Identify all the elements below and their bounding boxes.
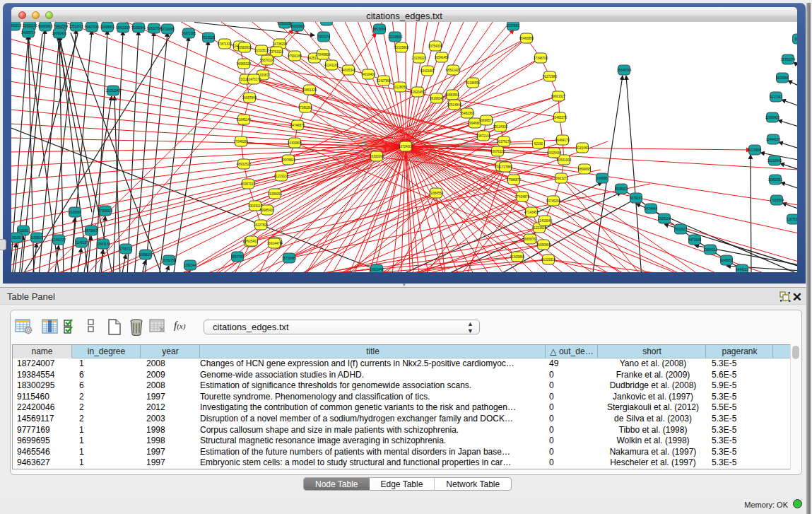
svg-text:9975867: 9975867 — [85, 229, 98, 233]
svg-text:57986872: 57986872 — [507, 178, 522, 182]
svg-text:1156829: 1156829 — [30, 236, 43, 240]
svg-text:05466889: 05466889 — [519, 37, 534, 40]
svg-text:12444195: 12444195 — [766, 138, 781, 141]
svg-text:2020658: 2020658 — [69, 211, 81, 214]
svg-text:56670106: 56670106 — [260, 59, 275, 62]
svg-text:15892391: 15892391 — [768, 178, 783, 182]
svg-text:2935114: 2935114 — [658, 217, 671, 221]
svg-text:9464213: 9464213 — [736, 268, 748, 271]
svg-text:1292344: 1292344 — [184, 264, 196, 267]
svg-text:77360260: 77360260 — [298, 106, 313, 110]
svg-text:10310518: 10310518 — [254, 49, 269, 52]
svg-text:66319314: 66319314 — [541, 258, 556, 262]
svg-text:10654112: 10654112 — [703, 248, 718, 252]
svg-text:19600133: 19600133 — [23, 24, 37, 28]
svg-text:15716485: 15716485 — [282, 257, 297, 260]
svg-text:20465375: 20465375 — [553, 116, 567, 119]
svg-text:21053346: 21053346 — [106, 89, 121, 93]
svg-text:20691406: 20691406 — [52, 32, 67, 35]
svg-text:59514846: 59514846 — [447, 103, 462, 107]
svg-text:81219136: 81219136 — [274, 175, 289, 178]
svg-text:47143455: 47143455 — [524, 211, 539, 214]
svg-text:17359924: 17359924 — [98, 209, 113, 213]
svg-text:18495931: 18495931 — [100, 25, 115, 29]
svg-text:18300295: 18300295 — [370, 155, 384, 158]
svg-text:19384554: 19384554 — [429, 192, 444, 195]
svg-text:57871331: 57871331 — [218, 42, 233, 46]
svg-text:16210643: 16210643 — [767, 159, 782, 163]
svg-text:89083863: 89083863 — [38, 25, 53, 28]
svg-text:75255341: 75255341 — [131, 26, 146, 30]
svg-text:33754330: 33754330 — [428, 45, 443, 48]
svg-text:62160: 62160 — [534, 142, 543, 146]
svg-text:16971385: 16971385 — [182, 32, 196, 35]
svg-text:93676320: 93676320 — [490, 150, 505, 153]
svg-text:62473178: 62473178 — [247, 78, 261, 81]
svg-text:03413164: 03413164 — [116, 26, 131, 30]
svg-text:80531003: 80531003 — [557, 158, 572, 162]
svg-text:7625402: 7625402 — [245, 240, 258, 243]
svg-text:64746872: 64746872 — [290, 124, 305, 127]
svg-text:12218506: 12218506 — [388, 35, 403, 39]
svg-text:82620450: 82620450 — [411, 90, 425, 94]
svg-text:16648784: 16648784 — [617, 69, 632, 72]
svg-text:435061: 435061 — [18, 229, 29, 233]
svg-text:10433218: 10433218 — [11, 24, 22, 28]
svg-text:7632621: 7632621 — [674, 228, 687, 231]
svg-text:69901627: 69901627 — [551, 95, 566, 98]
svg-text:40196556: 40196556 — [466, 81, 481, 85]
svg-text:8215958: 8215958 — [748, 148, 761, 152]
svg-text:68501429: 68501429 — [446, 69, 461, 72]
svg-text:41395376: 41395376 — [319, 22, 334, 23]
svg-text:7357274: 7357274 — [317, 35, 330, 39]
svg-text:10719185: 10719185 — [160, 28, 175, 31]
svg-text:10801326: 10801326 — [302, 88, 317, 92]
svg-text:79402654: 79402654 — [54, 25, 69, 28]
svg-text:37346706: 37346706 — [534, 57, 548, 60]
svg-text:114519: 114519 — [76, 241, 87, 245]
svg-text:23511615: 23511615 — [69, 25, 84, 28]
svg-text:52427868: 52427868 — [377, 79, 392, 83]
svg-text:36541458: 36541458 — [435, 56, 449, 59]
svg-text:73763116: 73763116 — [269, 50, 284, 54]
svg-text:6899695: 6899695 — [578, 168, 591, 171]
svg-text:15751074: 15751074 — [781, 58, 796, 62]
svg-text:2037682: 2037682 — [507, 24, 519, 28]
svg-text:12093423: 12093423 — [765, 116, 780, 119]
svg-text:16782759: 16782759 — [162, 259, 177, 262]
svg-text:31727889: 31727889 — [498, 165, 513, 169]
svg-text:1167534: 1167534 — [787, 218, 797, 221]
svg-text:27048281: 27048281 — [234, 140, 249, 144]
svg-text:98169340: 98169340 — [430, 97, 445, 100]
svg-text:77434873: 77434873 — [515, 195, 530, 199]
svg-text:39159: 39159 — [12, 236, 21, 240]
svg-text:10025438: 10025438 — [547, 151, 562, 155]
svg-text:48932528: 48932528 — [237, 163, 252, 166]
svg-text:9657791: 9657791 — [231, 255, 244, 259]
svg-text:12923448: 12923448 — [370, 268, 384, 271]
svg-text:34738299: 34738299 — [273, 42, 288, 46]
svg-text:16697848: 16697848 — [242, 96, 257, 100]
svg-text:01845146: 01845146 — [237, 118, 252, 122]
svg-text:63421607: 63421607 — [420, 69, 435, 73]
svg-text:01128059: 01128059 — [393, 86, 408, 89]
svg-text:18227824: 18227824 — [254, 223, 269, 227]
svg-text:16914479: 16914479 — [267, 242, 282, 245]
svg-text:00379176: 00379176 — [497, 140, 512, 144]
svg-text:81223623: 81223623 — [532, 226, 547, 230]
svg-text:36690967: 36690967 — [536, 243, 551, 247]
svg-text:41241182: 41241182 — [324, 64, 339, 67]
svg-text:9245652: 9245652 — [720, 259, 733, 262]
svg-text:9227343: 9227343 — [770, 95, 782, 99]
svg-text:69985435: 69985435 — [260, 209, 275, 212]
svg-text:12419049: 12419049 — [538, 219, 553, 223]
svg-text:34309805: 34309805 — [288, 141, 302, 145]
svg-text:9329966: 9329966 — [776, 76, 789, 80]
svg-text:12951135: 12951135 — [96, 243, 111, 246]
svg-text:19399091: 19399091 — [268, 192, 283, 196]
svg-text:07991183: 07991183 — [288, 54, 302, 58]
svg-text:44935348: 44935348 — [341, 69, 356, 72]
svg-text:12342737: 12342737 — [52, 238, 66, 242]
svg-text:11125: 11125 — [794, 37, 797, 41]
svg-text:93745299: 93745299 — [546, 199, 561, 203]
